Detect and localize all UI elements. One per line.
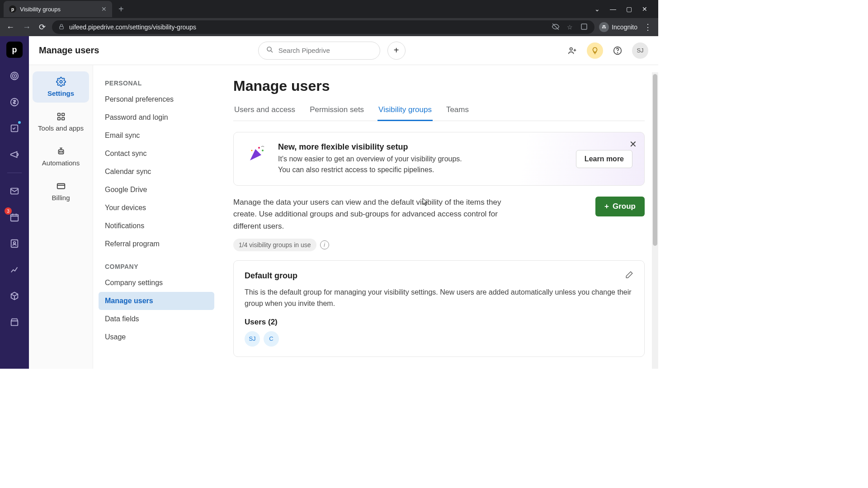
add-button[interactable]: + — [387, 42, 406, 60]
svg-rect-22 — [61, 117, 64, 120]
tab-permission-sets[interactable]: Permission sets — [309, 100, 365, 121]
help-icon[interactable] — [609, 42, 626, 59]
menu-manage-users[interactable]: Manage users — [99, 292, 214, 310]
learn-more-button[interactable]: Learn more — [576, 150, 632, 168]
svg-rect-26 — [57, 184, 65, 189]
rail-mail-icon[interactable] — [6, 183, 23, 199]
bulb-icon[interactable] — [587, 42, 603, 59]
svg-point-15 — [570, 47, 572, 50]
browser-chrome: p Visibility groups ✕ + ⌄ — ▢ ✕ ← → ⟳ ui… — [0, 0, 658, 36]
group-description: This is the default group for managing y… — [245, 287, 633, 310]
plus-icon: + — [604, 202, 609, 211]
default-group-card: Default group This is the default group … — [233, 260, 645, 357]
rail-tasks-icon[interactable] — [6, 120, 23, 136]
svg-point-17 — [618, 52, 618, 53]
new-tab-button[interactable]: + — [115, 2, 127, 16]
rail-contacts-icon[interactable] — [6, 235, 23, 252]
scrollbar[interactable] — [652, 72, 658, 369]
extensions-icon[interactable] — [580, 23, 588, 32]
settings-menu: PERSONAL Personal preferences Password a… — [93, 65, 220, 369]
group-title: Default group — [245, 271, 297, 281]
svg-rect-11 — [11, 215, 19, 221]
svg-point-25 — [61, 151, 62, 152]
lock-icon — [58, 23, 65, 31]
app-right: Manage users Search Pipedrive + SJ Setti… — [29, 36, 658, 369]
content: Settings Tools and apps Automations Bill… — [29, 65, 658, 369]
star-icon[interactable]: ☆ — [567, 23, 573, 31]
menu-company-settings[interactable]: Company settings — [99, 274, 214, 292]
app-logo[interactable]: p — [6, 42, 23, 58]
info-icon[interactable]: i — [320, 240, 329, 249]
svg-point-7 — [14, 75, 15, 76]
section-company: COMPANY — [99, 259, 214, 274]
menu-calendar-sync[interactable]: Calendar sync — [99, 163, 214, 181]
menu-personal-preferences[interactable]: Personal preferences — [99, 90, 214, 108]
menu-google-drive[interactable]: Google Drive — [99, 181, 214, 199]
svg-point-24 — [59, 151, 60, 152]
svg-point-3 — [602, 27, 604, 28]
svg-point-29 — [251, 150, 253, 151]
kebab-menu-icon[interactable]: ⋮ — [642, 20, 654, 34]
maximize-icon[interactable]: ▢ — [626, 5, 632, 13]
confetti-icon — [245, 142, 268, 165]
topbar: Manage users Search Pipedrive + SJ — [29, 36, 658, 65]
close-icon[interactable]: ✕ — [629, 139, 637, 150]
chevron-down-icon[interactable]: ⌄ — [594, 5, 600, 13]
menu-contact-sync[interactable]: Contact sync — [99, 145, 214, 163]
menu-usage[interactable]: Usage — [99, 328, 214, 346]
svg-rect-19 — [57, 113, 60, 116]
rail-calendar-icon[interactable]: 3 — [6, 209, 23, 225]
add-group-button[interactable]: + Group — [595, 197, 645, 216]
close-window-icon[interactable]: ✕ — [642, 5, 647, 13]
incognito-indicator[interactable]: Incognito — [599, 22, 637, 32]
minimize-icon[interactable]: — — [610, 5, 616, 13]
eye-off-icon[interactable] — [552, 23, 560, 32]
rail-insights-icon[interactable] — [6, 262, 23, 278]
menu-referral[interactable]: Referral program — [99, 235, 214, 253]
subnav-settings[interactable]: Settings — [33, 71, 89, 103]
address-bar[interactable]: uifeed.pipedrive.com/settings/visibility… — [52, 20, 594, 34]
browser-tab[interactable]: p Visibility groups ✕ — [4, 1, 112, 17]
svg-point-13 — [14, 242, 16, 244]
tab-teams[interactable]: Teams — [445, 100, 470, 121]
search-input[interactable]: Search Pipedrive — [258, 42, 380, 60]
rail-target-icon[interactable] — [6, 68, 23, 84]
back-button[interactable]: ← — [5, 21, 16, 34]
main-panel: Manage users Users and access Permission… — [220, 65, 658, 369]
pencil-icon[interactable] — [625, 271, 633, 281]
menu-data-fields[interactable]: Data fields — [99, 310, 214, 328]
left-rail: p 3 — [0, 36, 29, 369]
app-root: p 3 Manage users Search Pipedrive + — [0, 36, 658, 369]
subnav-billing[interactable]: Billing — [33, 176, 89, 207]
scrollbar-thumb[interactable] — [653, 74, 657, 246]
incognito-icon — [599, 22, 609, 32]
group-button-label: Group — [613, 202, 636, 211]
rail-money-icon[interactable] — [6, 94, 23, 110]
invite-users-icon[interactable] — [564, 42, 580, 59]
menu-notifications[interactable]: Notifications — [99, 217, 214, 235]
tab-users-access[interactable]: Users and access — [233, 100, 296, 121]
rail-marketplace-icon[interactable] — [6, 314, 23, 330]
search-placeholder: Search Pipedrive — [278, 47, 330, 54]
forward-button[interactable]: → — [21, 21, 33, 34]
svg-point-28 — [262, 150, 264, 151]
close-tab-icon[interactable]: ✕ — [101, 5, 107, 13]
tab-visibility-groups[interactable]: Visibility groups — [377, 100, 433, 121]
tab-title: Visibility groups — [20, 6, 61, 13]
rail-separator — [7, 173, 22, 173]
svg-point-4 — [604, 27, 606, 28]
menu-email-sync[interactable]: Email sync — [99, 127, 214, 145]
user-avatar[interactable]: SJ — [632, 42, 648, 59]
reload-button[interactable]: ⟳ — [37, 20, 47, 34]
user-chip[interactable]: SJ — [245, 331, 260, 347]
menu-password-login[interactable]: Password and login — [99, 108, 214, 127]
svg-point-27 — [258, 147, 260, 149]
user-chip[interactable]: C — [264, 331, 279, 347]
subnav-automations[interactable]: Automations — [33, 141, 89, 172]
rail-products-icon[interactable] — [6, 288, 23, 304]
favicon-icon: p — [9, 5, 16, 13]
subnav-tools[interactable]: Tools and apps — [33, 106, 89, 137]
page-context-title: Manage users — [39, 45, 99, 56]
menu-your-devices[interactable]: Your devices — [99, 199, 214, 217]
rail-campaigns-icon[interactable] — [6, 146, 23, 163]
